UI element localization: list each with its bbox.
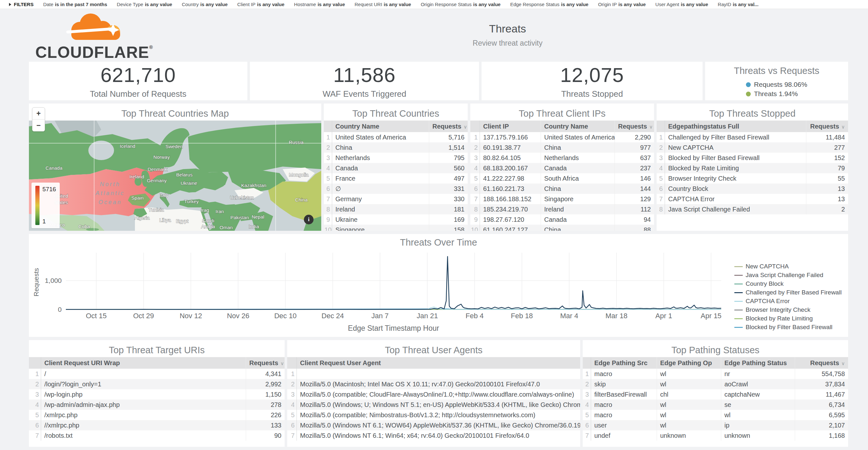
cell: / xyxy=(41,369,246,379)
legend-item[interactable]: New CAPTCHA xyxy=(734,263,842,270)
legend-line-icon xyxy=(734,327,743,328)
cell: 330 xyxy=(429,194,468,204)
column-header[interactable]: Country Name xyxy=(541,121,615,132)
world-map[interactable]: CanadaUnitedStatesMexicoCubaIcelandIrela… xyxy=(29,121,321,231)
column-header[interactable] xyxy=(324,121,332,132)
legend-line-icon xyxy=(734,283,743,284)
map-label: Algeria xyxy=(134,215,150,220)
column-header[interactable]: Requests∨ xyxy=(429,121,468,132)
filter-field: Country xyxy=(182,2,199,7)
cell xyxy=(297,369,580,379)
column-header[interactable] xyxy=(287,357,297,369)
x-tick-label: Jan 7 xyxy=(371,312,389,320)
filter-item[interactable]: User Agentis any value xyxy=(655,2,708,7)
legend-item[interactable]: Browser Integrity Check xyxy=(734,306,842,313)
table-row: 3Mozilla/5.0 (compatible; CloudFlare-Alw… xyxy=(287,389,580,399)
filter-item[interactable]: Countryis any value xyxy=(182,2,228,7)
legend-dot-icon xyxy=(746,82,751,87)
cell: nr xyxy=(721,369,795,379)
filter-item[interactable]: Request URIis any value xyxy=(355,2,411,7)
cell: CAPTCHA Error xyxy=(665,194,806,204)
column-header[interactable]: Requests∨ xyxy=(806,121,848,132)
column-header[interactable]: Edge Pathing Op xyxy=(657,357,721,369)
filter-item[interactable]: Client IPis any value xyxy=(238,2,285,7)
legend-item[interactable]: Java Script Challenge Failed xyxy=(734,272,842,279)
legend-item[interactable]: Threats 1.94% xyxy=(746,90,807,98)
legend-item[interactable]: Country Block xyxy=(734,280,842,287)
cell: 5 xyxy=(324,173,332,183)
cell: 60.191.38.77 xyxy=(480,142,541,153)
cell: unknown xyxy=(657,430,721,441)
filter-item[interactable]: Origin Response Statusis any value xyxy=(421,2,500,7)
column-header[interactable] xyxy=(657,121,665,132)
column-header[interactable]: Client Request URI Wrap xyxy=(41,357,246,369)
column-header[interactable]: Edge Pathing Status xyxy=(721,357,795,369)
filters-toggle[interactable]: FILTERS xyxy=(9,2,33,7)
table-body[interactable]: 12Mozilla/5.0 (Macintosh; Intel Mac OS X… xyxy=(287,369,580,441)
cell: 226 xyxy=(246,410,285,420)
column-header[interactable]: Client Request User Agent xyxy=(297,357,580,369)
filter-item[interactable]: Device Typeis any value xyxy=(117,2,172,7)
column-header[interactable] xyxy=(583,357,591,369)
map-info-button[interactable]: i xyxy=(304,215,313,224)
cell: 137.175.79.166 xyxy=(480,132,541,142)
cell: captchaNew xyxy=(721,389,795,399)
column-header[interactable]: Requests∨ xyxy=(795,357,848,369)
filter-field: User Agent xyxy=(655,2,679,7)
legend-item[interactable]: Blocked by Rate Limiting xyxy=(734,315,842,322)
column-header[interactable] xyxy=(29,357,41,369)
cell: Mozilla/5.0 (Windows NT 6.1; WOW64) Appl… xyxy=(297,420,580,430)
cell: 3 xyxy=(287,389,297,399)
filter-item[interactable]: Hostnameis any value xyxy=(294,2,345,7)
top-threat-client-ips-table: Client IPCountry NameRequests∨1137.175.7… xyxy=(470,121,654,231)
legend-label: Blocked by Rate Limiting xyxy=(746,315,813,322)
filter-item[interactable]: Edge Response Statusis any value xyxy=(510,2,589,7)
cell: 146 xyxy=(615,173,654,183)
table-row: 7Mozilla/5.0 (Windows NT 6.1; Win64; x64… xyxy=(287,430,580,441)
table-body[interactable]: 1Challenged by Filter Based Firewall11,4… xyxy=(657,132,848,214)
cell: 2 xyxy=(324,142,332,153)
table-row: 2New CAPTCHA277 xyxy=(657,142,848,153)
filter-item[interactable]: RayIDis any val... xyxy=(718,2,758,7)
column-header[interactable]: Edgepathingstatus Full xyxy=(665,121,806,132)
column-header[interactable]: Edge Pathing Src xyxy=(591,357,657,369)
legend-item[interactable]: Blocked by Filter Based Firewall xyxy=(734,324,842,331)
y-tick-label: 0 xyxy=(58,306,62,313)
legend-label: Country Block xyxy=(746,280,783,287)
cell: 79 xyxy=(806,163,848,173)
table-body[interactable]: 1/4,3412/login/?login_only=12,9923/wp-lo… xyxy=(29,369,285,441)
zoom-out-button[interactable]: − xyxy=(32,119,45,131)
filter-item[interactable]: Dateis in the past 7 months xyxy=(43,2,107,7)
table-row: 4Mozilla/5.0 (Windows; U; Windows NT 5.1… xyxy=(287,399,580,410)
filter-field: Device Type xyxy=(117,2,143,7)
table-row: 1061.160.247.127China88 xyxy=(470,225,654,231)
column-header[interactable]: Country Name xyxy=(332,121,429,132)
cell: filterBasedFirewall xyxy=(591,389,657,399)
cell: wl xyxy=(721,410,795,420)
cell: 198.27.67.120 xyxy=(480,214,541,225)
cell: 5 xyxy=(470,173,480,183)
cell: wl xyxy=(657,369,721,379)
column-header[interactable]: Requests∨ xyxy=(615,121,654,132)
cell: ∅ xyxy=(332,183,429,194)
map-label: Turkey xyxy=(184,199,199,204)
column-header[interactable]: Client IP xyxy=(480,121,541,132)
cell: 554,758 xyxy=(795,369,848,379)
table-body[interactable]: 1137.175.79.166United States of America2… xyxy=(470,132,654,231)
column-header[interactable]: Requests∨ xyxy=(246,357,285,369)
table-body[interactable]: 1macrowlnr554,7582skipwlaoCrawl37,8343fi… xyxy=(583,369,848,441)
zoom-in-button[interactable]: + xyxy=(32,108,45,119)
table-body[interactable]: 1United States of America5,7162China1,51… xyxy=(324,132,468,231)
legend-item[interactable]: CAPTCHA Error xyxy=(734,298,842,305)
filter-item[interactable]: Origin IPis any value xyxy=(598,2,646,7)
column-header[interactable] xyxy=(470,121,480,132)
chart-legend: New CAPTCHAJava Script Challenge FailedC… xyxy=(734,263,842,331)
dashboard-header: Threats Review threat activity xyxy=(472,23,542,48)
threats-over-time-chart[interactable]: Oct 15Oct 29Nov 12Nov 26Dec 10Dec 24Jan … xyxy=(29,234,848,337)
cell: 5 xyxy=(29,410,41,420)
stat-total-requests: 621,710 Total Number of Requests xyxy=(29,62,247,100)
legend-item[interactable]: Requests 98.06% xyxy=(746,81,807,88)
map-label: Cuba xyxy=(79,224,90,229)
table-row: 260.191.38.77China977 xyxy=(470,142,654,153)
legend-item[interactable]: Challenged by Filter Based Firewall xyxy=(734,289,842,296)
